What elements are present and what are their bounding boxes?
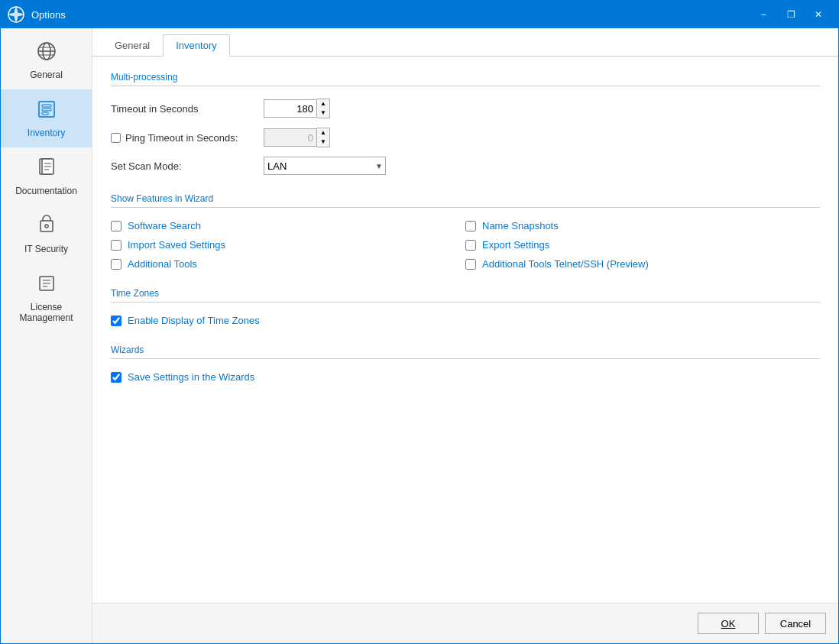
ok-button[interactable]: OK <box>698 613 759 634</box>
tab-inventory[interactable]: Inventory <box>163 34 229 57</box>
sidebar-item-it-security[interactable]: IT Security <box>1 205 92 264</box>
options-window: Options − ❐ ✕ General <box>0 0 839 644</box>
show-features-title: Show Features in Wizard <box>111 193 820 204</box>
software-search-checkbox[interactable] <box>111 221 121 231</box>
ping-timeout-row: Ping Timeout in Seconds: ▲ ▼ <box>111 128 820 147</box>
sidebar-item-documentation[interactable]: Documentation <box>1 147 92 205</box>
titlebar: Options − ❐ ✕ <box>1 1 838 28</box>
time-zones-section: Time Zones Enable Display of Time Zones <box>111 288 820 326</box>
import-saved-settings-checkbox[interactable] <box>111 240 121 251</box>
content-body: Multi-processing Timeout in Seconds ▲ ▼ <box>92 57 838 603</box>
wizards-section: Wizards Save Settings in the Wizards <box>111 345 820 383</box>
sidebar-license-label: License Management <box>7 302 86 323</box>
sidebar-documentation-label: Documentation <box>15 186 77 196</box>
tab-general[interactable]: General <box>102 34 163 57</box>
time-zones-divider <box>111 302 820 303</box>
ping-timeout-checkbox[interactable] <box>111 133 121 143</box>
documentation-icon <box>36 157 57 183</box>
sidebar-item-general[interactable]: General <box>1 31 92 89</box>
software-search-row: Software Search <box>111 220 465 231</box>
additional-tools-telnet-checkbox[interactable] <box>465 259 476 270</box>
software-search-label[interactable]: Software Search <box>128 220 201 231</box>
enable-time-zones-label[interactable]: Enable Display of Time Zones <box>128 315 260 326</box>
name-snapshots-row: Name Snapshots <box>465 220 820 231</box>
additional-tools-checkbox[interactable] <box>111 259 121 270</box>
multi-processing-title: Multi-processing <box>111 72 820 83</box>
ping-decrement[interactable]: ▼ <box>317 138 329 147</box>
svg-point-17 <box>45 225 48 228</box>
enable-time-zones-checkbox[interactable] <box>111 316 121 326</box>
export-settings-label[interactable]: Export Settings <box>482 239 549 251</box>
enable-time-zones-row: Enable Display of Time Zones <box>111 315 820 326</box>
import-saved-settings-label[interactable]: Import Saved Settings <box>128 239 225 251</box>
security-icon <box>36 215 57 241</box>
tab-bar: General Inventory <box>92 28 838 57</box>
footer: OK Cancel <box>92 603 838 643</box>
timeout-input[interactable] <box>264 99 317 118</box>
name-snapshots-label[interactable]: Name Snapshots <box>482 220 559 231</box>
minimize-button[interactable]: − <box>750 1 777 28</box>
show-features-grid: Software Search Name Snapshots Import Sa… <box>111 220 820 270</box>
main-layout: General Inventory <box>1 28 838 643</box>
timeout-decrement[interactable]: ▼ <box>317 108 329 118</box>
export-settings-row: Export Settings <box>465 239 820 251</box>
import-saved-settings-row: Import Saved Settings <box>111 239 465 251</box>
scan-mode-row: Set Scan Mode: LAN WAN Custom ▼ <box>111 157 820 175</box>
wizards-divider <box>111 358 820 359</box>
window-title: Options <box>31 9 750 21</box>
save-settings-wizards-row: Save Settings in the Wizards <box>111 371 820 383</box>
show-features-divider <box>111 207 820 208</box>
sidebar-item-inventory[interactable]: Inventory <box>1 89 92 147</box>
time-zones-title: Time Zones <box>111 288 820 299</box>
timeout-spin-buttons: ▲ ▼ <box>317 99 330 118</box>
scan-mode-select[interactable]: LAN WAN Custom <box>264 157 386 175</box>
additional-tools-telnet-label[interactable]: Additional Tools Telnet/SSH (Preview) <box>482 258 649 270</box>
timeout-label: Timeout in Seconds <box>111 103 264 115</box>
svg-rect-10 <box>42 112 48 115</box>
window-controls: − ❐ ✕ <box>750 1 832 28</box>
save-settings-wizards-label[interactable]: Save Settings in the Wizards <box>128 371 254 383</box>
sidebar-item-license-management[interactable]: License Management <box>1 264 92 332</box>
sidebar-security-label: IT Security <box>24 244 68 254</box>
scan-mode-select-wrap: LAN WAN Custom ▼ <box>264 157 386 175</box>
ping-increment[interactable]: ▲ <box>317 128 329 138</box>
ping-spin-buttons: ▲ ▼ <box>317 128 330 147</box>
svg-rect-8 <box>42 105 51 107</box>
ping-checkbox-wrap: Ping Timeout in Seconds: <box>111 132 264 144</box>
sidebar: General Inventory <box>1 28 92 643</box>
show-features-section: Show Features in Wizard Software Search … <box>111 193 820 270</box>
ping-timeout-input[interactable] <box>264 128 317 147</box>
additional-tools-row: Additional Tools <box>111 258 465 270</box>
ping-timeout-label[interactable]: Ping Timeout in Seconds: <box>125 132 238 144</box>
timeout-increment[interactable]: ▲ <box>317 99 329 108</box>
close-button[interactable]: ✕ <box>805 1 832 28</box>
app-icon <box>7 5 25 24</box>
sidebar-inventory-label: Inventory <box>28 128 65 138</box>
globe-icon <box>36 40 57 66</box>
additional-tools-label[interactable]: Additional Tools <box>128 258 197 270</box>
additional-tools-telnet-row: Additional Tools Telnet/SSH (Preview) <box>465 258 820 270</box>
timeout-row: Timeout in Seconds ▲ ▼ <box>111 99 820 118</box>
svg-rect-9 <box>42 108 51 111</box>
timeout-spinbox: ▲ ▼ <box>264 99 330 118</box>
multi-processing-section: Multi-processing Timeout in Seconds ▲ ▼ <box>111 72 820 175</box>
restore-button[interactable]: ❐ <box>777 1 805 28</box>
ping-spinbox: ▲ ▼ <box>264 128 330 147</box>
scan-mode-label: Set Scan Mode: <box>111 160 264 172</box>
cancel-button[interactable]: Cancel <box>765 613 826 634</box>
multi-processing-divider <box>111 86 820 86</box>
content-area: General Inventory Multi-processing Timeo… <box>92 28 838 643</box>
svg-rect-16 <box>40 221 53 231</box>
export-settings-checkbox[interactable] <box>465 240 476 251</box>
inventory-icon <box>36 99 57 125</box>
sidebar-general-label: General <box>30 70 63 80</box>
save-settings-wizards-checkbox[interactable] <box>111 372 121 383</box>
license-icon <box>36 273 57 299</box>
wizards-title: Wizards <box>111 345 820 355</box>
name-snapshots-checkbox[interactable] <box>465 221 476 231</box>
